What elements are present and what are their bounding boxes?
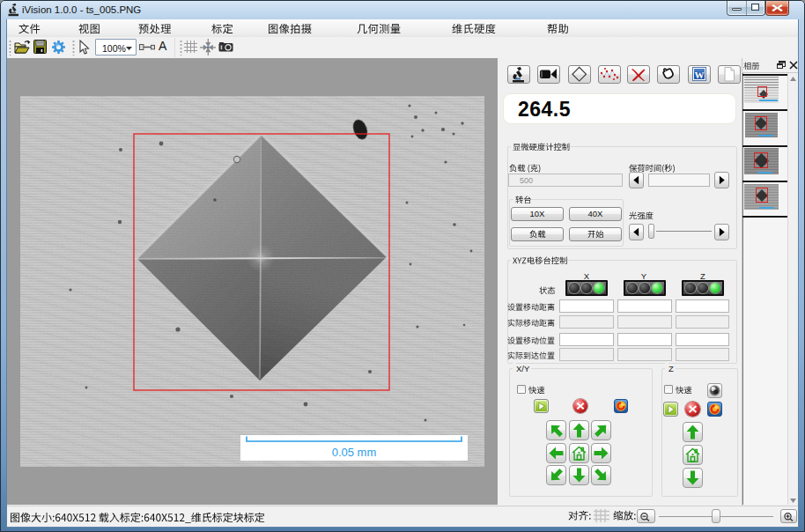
svg-text:W: W (695, 70, 705, 80)
